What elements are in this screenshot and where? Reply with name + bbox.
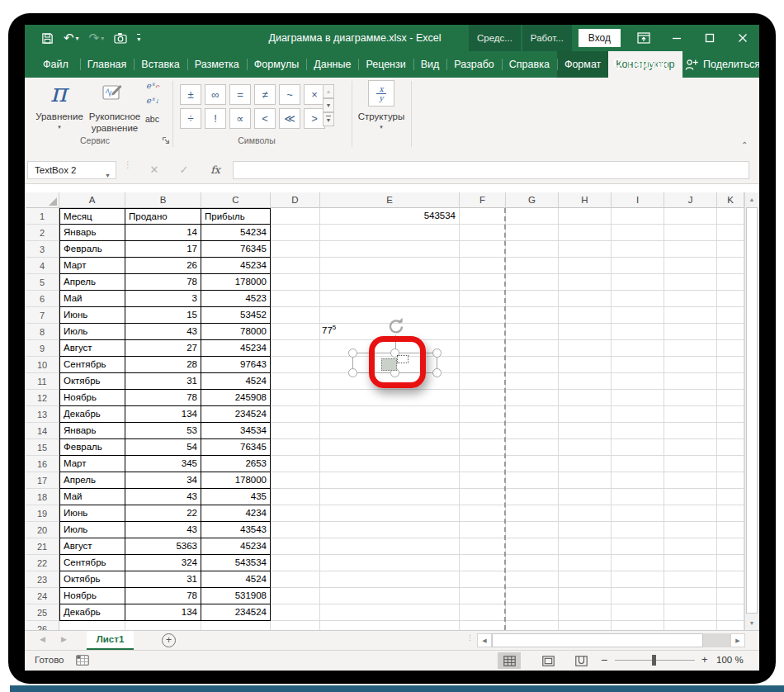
cell-G3[interactable] xyxy=(506,241,559,258)
cell-G12[interactable] xyxy=(506,390,559,406)
cell-C4[interactable]: 45234 xyxy=(201,258,271,274)
cell-I26[interactable] xyxy=(612,621,664,630)
cell-F14[interactable] xyxy=(460,423,506,439)
cell-C8[interactable]: 78000 xyxy=(201,324,271,340)
cell-D14[interactable] xyxy=(271,423,320,439)
undo-icon[interactable]: ↶▾ xyxy=(64,31,79,45)
cell-H24[interactable] xyxy=(559,588,612,604)
cell-K17[interactable] xyxy=(717,472,744,489)
row-header-4[interactable]: 4 xyxy=(26,258,59,274)
cell-C1[interactable]: Прибыль xyxy=(201,208,271,225)
column-header-F[interactable]: F xyxy=(460,192,506,208)
cell-J17[interactable] xyxy=(664,472,717,489)
cell-D10[interactable] xyxy=(271,357,320,373)
cell-I9[interactable] xyxy=(612,340,664,357)
cell-K2[interactable] xyxy=(717,225,744,241)
cell-C19[interactable]: 4234 xyxy=(201,505,271,522)
cell-F21[interactable] xyxy=(460,538,506,555)
cell-D6[interactable] xyxy=(271,291,320,307)
ribbon-tab-справка[interactable]: Справка xyxy=(502,51,557,78)
account-button-2[interactable]: Работ... xyxy=(522,25,572,51)
cell-G10[interactable] xyxy=(506,357,559,373)
cell-K4[interactable] xyxy=(717,258,744,274)
cell-H17[interactable] xyxy=(559,472,612,489)
cell-A5[interactable]: Апрель xyxy=(59,274,125,291)
cell-A4[interactable]: Март xyxy=(59,258,125,274)
cell-C10[interactable]: 97643 xyxy=(201,357,271,373)
cell-E26[interactable] xyxy=(320,621,460,630)
ribbon-tab-разрабо[interactable]: Разрабо xyxy=(446,51,501,78)
cell-A22[interactable]: Сентябрь xyxy=(59,555,125,571)
cell-E18[interactable] xyxy=(320,489,460,505)
cell-A8[interactable]: Июль xyxy=(59,324,125,340)
cell-K8[interactable] xyxy=(717,324,744,340)
cell-C21[interactable]: 45234 xyxy=(201,538,271,555)
cell-C20[interactable]: 43543 xyxy=(201,522,271,538)
record-macro-icon[interactable] xyxy=(76,655,89,666)
cell-C13[interactable]: 234524 xyxy=(201,406,271,423)
cell-J18[interactable] xyxy=(664,489,717,505)
horizontal-scrollbar[interactable] xyxy=(492,633,730,647)
row-header-13[interactable]: 13 xyxy=(26,406,59,423)
cell-C2[interactable]: 54234 xyxy=(201,225,271,241)
cell-G6[interactable] xyxy=(506,291,559,307)
cell-D1[interactable] xyxy=(271,208,320,225)
symbols-scroll-down-icon[interactable]: ▼ xyxy=(323,98,334,112)
cell-K23[interactable] xyxy=(717,571,744,588)
cell-H9[interactable] xyxy=(559,340,612,357)
hscroll-left-icon[interactable]: ◀ xyxy=(477,633,492,647)
row-header-10[interactable]: 10 xyxy=(26,357,59,373)
cell-B16[interactable]: 345 xyxy=(125,456,201,472)
cell-A19[interactable]: Июнь xyxy=(59,505,125,522)
column-header-G[interactable]: G xyxy=(506,192,559,208)
cell-K15[interactable] xyxy=(717,439,744,456)
select-all-corner[interactable] xyxy=(26,192,59,208)
cell-G21[interactable] xyxy=(506,538,559,555)
selection-handle-bottom-left[interactable] xyxy=(348,368,357,377)
cell-J10[interactable] xyxy=(664,357,717,373)
row-header-7[interactable]: 7 xyxy=(26,307,59,324)
cell-K14[interactable] xyxy=(717,423,744,439)
cell-K26[interactable] xyxy=(717,621,744,630)
row-header-15[interactable]: 15 xyxy=(26,439,59,456)
cell-A20[interactable]: Июль xyxy=(59,522,125,538)
cell-A12[interactable]: Ноябрь xyxy=(59,390,125,406)
cell-K11[interactable] xyxy=(717,373,744,390)
cell-K22[interactable] xyxy=(717,555,744,571)
cell-I21[interactable] xyxy=(612,538,664,555)
cell-A10[interactable]: Сентябрь xyxy=(59,357,125,373)
cell-F26[interactable] xyxy=(460,621,506,630)
cell-G17[interactable] xyxy=(506,472,559,489)
cell-G23[interactable] xyxy=(506,571,559,588)
cell-F6[interactable] xyxy=(460,291,506,307)
selection-handle-top-right[interactable] xyxy=(432,348,442,358)
equation-dropdown-icon[interactable]: ▾ xyxy=(35,124,84,130)
cell-H23[interactable] xyxy=(559,571,612,588)
cell-H16[interactable] xyxy=(559,456,612,472)
cell-K1[interactable] xyxy=(717,208,744,225)
redo-icon[interactable]: ↷▾ xyxy=(89,31,105,45)
cell-J11[interactable] xyxy=(664,373,717,390)
row-header-9[interactable]: 9 xyxy=(26,340,59,357)
cell-A7[interactable]: Июнь xyxy=(59,307,125,324)
cell-B23[interactable]: 31 xyxy=(125,571,201,588)
cell-B8[interactable]: 43 xyxy=(125,324,201,340)
cell-F10[interactable] xyxy=(460,357,506,373)
cell-D8[interactable] xyxy=(271,324,320,340)
cell-J16[interactable] xyxy=(664,456,717,472)
cell-I14[interactable] xyxy=(612,423,664,439)
ribbon-tab-вид[interactable]: Вид xyxy=(413,51,447,78)
row-header-17[interactable]: 17 xyxy=(26,472,59,489)
cell-C24[interactable]: 531908 xyxy=(201,588,271,604)
row-header-19[interactable]: 19 xyxy=(26,505,59,522)
cell-E25[interactable] xyxy=(320,604,460,621)
zoom-slider-handle[interactable] xyxy=(652,655,656,666)
cell-K12[interactable] xyxy=(717,390,744,406)
column-header-C[interactable]: C xyxy=(201,192,271,208)
cell-D17[interactable] xyxy=(271,472,320,489)
cell-K9[interactable] xyxy=(717,340,744,357)
row-header-18[interactable]: 18 xyxy=(26,489,59,505)
horizontal-scrollbar-thumb[interactable] xyxy=(492,633,703,647)
cell-D16[interactable] xyxy=(271,456,320,472)
row-header-24[interactable]: 24 xyxy=(26,588,59,604)
